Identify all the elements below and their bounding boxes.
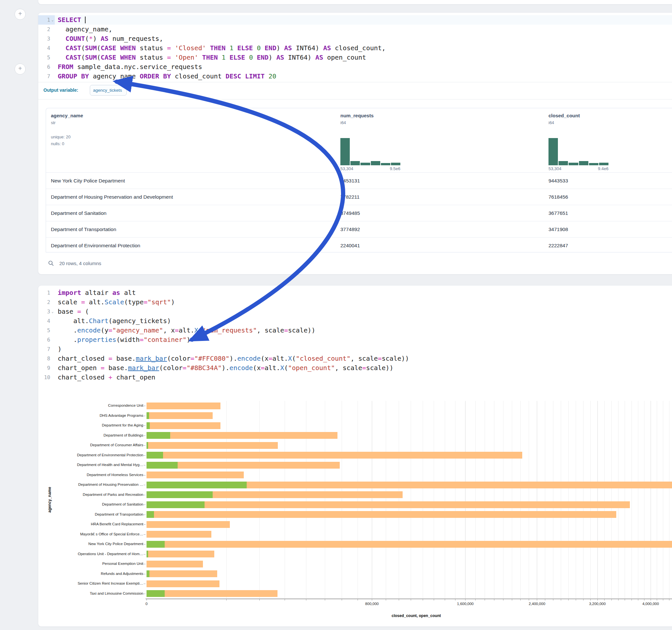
gridline (604, 401, 605, 599)
open-count-bar (146, 501, 205, 508)
code-line[interactable]: 7GROUP BY agency_name ORDER BY closed_co… (38, 72, 672, 81)
y-axis-tick (144, 505, 146, 505)
open-count-bar (146, 511, 154, 518)
add-cell-button[interactable]: + (15, 9, 26, 20)
gridline (568, 401, 569, 599)
histogram-bar (381, 163, 390, 165)
histogram-bar (569, 163, 578, 165)
column-header-num-requests[interactable]: num_requests i64 53,304 9.5e6 (340, 108, 438, 125)
x-axis-tick-label: 800,000 (357, 602, 386, 606)
table-row[interactable]: Department of Transportation377489234719… (46, 221, 672, 237)
output-variable-chip[interactable]: agency_tickets (90, 85, 127, 96)
code-line[interactable]: 3 COUNT(*) AS num_requests, (38, 34, 672, 43)
code-text: FROM sample_data.nyc.service_requests (55, 62, 202, 72)
closed-count-bar (146, 531, 211, 538)
previous-cell-edge (38, 0, 672, 4)
table-cell: New York City Police Department (51, 173, 125, 189)
y-axis-tick (144, 416, 146, 416)
table-cell: 9443533 (549, 173, 568, 189)
histogram-bar (371, 161, 380, 165)
gridline (485, 401, 485, 599)
gridline (372, 401, 372, 599)
closed-count-bar (146, 501, 630, 508)
result-table-body: New York City Police Department945313194… (46, 173, 672, 253)
histogram-bar (549, 138, 558, 165)
y-axis-label: Department of Transportation (45, 512, 143, 516)
gridline (455, 401, 455, 599)
code-line[interactable]: 5 CAST(SUM(CASE WHEN status = 'Open' THE… (38, 53, 672, 62)
closed-count-bar (146, 571, 217, 577)
y-axis-label: Mayorâ€ s Office of Special Enforce… (45, 532, 143, 536)
output-variable-row: Output variable: agency_tickets (38, 82, 672, 99)
table-row[interactable]: Department of Sanitation37494853677651 (46, 205, 672, 221)
histogram-bar (579, 161, 589, 165)
table-cell: Department of Transportation (51, 221, 116, 237)
search-icon[interactable] (48, 260, 54, 266)
gridline (638, 401, 638, 599)
y-axis-title: agency_name (47, 487, 52, 512)
gridline (512, 401, 512, 599)
y-axis-label: Department of Buildings (45, 433, 143, 437)
y-axis-tick (144, 445, 146, 445)
x-axis-tick-label: 1,600,000 (451, 602, 480, 606)
table-row[interactable]: Department of Environmental Protection22… (46, 237, 672, 253)
code-line[interactable]: 6FROM sample_data.nyc.service_requests (38, 62, 672, 72)
histogram-bar (589, 163, 598, 165)
code-line[interactable]: 4 CAST(SUM(CASE WHEN status = 'Closed' T… (38, 43, 672, 53)
result-table: agency_name str unique: 20 nulls: 0 num_… (46, 108, 672, 252)
code-text: CAST(SUM(CASE WHEN status = 'Open' THEN … (55, 53, 366, 62)
gridline (325, 401, 325, 599)
column-header-closed-count[interactable]: closed_count i64 53,304 9.4e6 (549, 108, 646, 125)
y-axis-label: Taxi and Limousine Commission (45, 591, 143, 595)
table-cell: 2222847 (549, 238, 568, 253)
gridline (358, 401, 358, 599)
y-axis-label: Department of Housing Preservation … (45, 483, 143, 486)
y-axis-tick (144, 554, 146, 555)
closed-count-bar (146, 561, 203, 567)
gridline (537, 401, 537, 599)
add-cell-button-2[interactable]: + (15, 64, 26, 75)
y-axis-tick (144, 524, 146, 525)
table-cell: 3471908 (549, 221, 568, 237)
gridline (465, 401, 465, 599)
gridline (445, 401, 445, 599)
y-axis-label: Senior Citizen Rent Increase Exempti… (45, 581, 143, 585)
gridline (561, 401, 561, 599)
y-axis-label: Operations Unit - Department of Hom… (45, 552, 143, 556)
code-line[interactable]: 1⌄SELECT (38, 15, 672, 25)
y-axis-label: Refunds and Adjustments (45, 572, 143, 576)
gridline (475, 401, 476, 599)
sql-cell: 1⌄SELECT 2 agency_name,3 COUNT(*) AS num… (38, 12, 672, 274)
fold-chevron-icon[interactable]: ⌄ (50, 15, 55, 25)
y-axis-tick (144, 426, 146, 426)
table-cell: 3749485 (340, 205, 360, 221)
open-count-bar (146, 432, 170, 439)
x-axis-line (146, 599, 672, 599)
code-text: COUNT(*) AS num_requests, (55, 34, 163, 43)
table-cell: Department of Sanitation (51, 205, 106, 221)
y-axis-label: New York City Police Department (45, 542, 143, 546)
x-axis-title: closed_count, open_count (391, 613, 441, 618)
x-axis-tick-label: 0 (132, 602, 161, 606)
line-number-gutter: 7 (38, 72, 55, 81)
code-text: agency_name, (55, 25, 113, 34)
histogram-bar (558, 161, 568, 165)
column-header-agency-name[interactable]: agency_name str unique: 20 nulls: 0 (51, 108, 336, 147)
table-row[interactable]: Department of Housing Preservation and D… (46, 189, 672, 205)
y-axis-tick (144, 594, 146, 594)
sql-code-editor[interactable]: 1⌄SELECT 2 agency_name,3 COUNT(*) AS num… (38, 15, 672, 81)
open-count-bar (146, 442, 148, 449)
gridline (503, 401, 503, 599)
open-count-bar (146, 551, 148, 557)
altair-bar-chart: Correspondence UnitDHS Advantage Program… (38, 286, 672, 626)
y-axis-tick (144, 515, 146, 515)
y-axis-tick (144, 485, 146, 485)
table-cell: Department of Environmental Protection (51, 238, 140, 253)
table-row[interactable]: New York City Police Department945313194… (46, 173, 672, 189)
y-axis-label: Department for the Aging (45, 423, 143, 427)
open-count-bar (146, 541, 165, 548)
result-table-header: agency_name str unique: 20 nulls: 0 num_… (46, 108, 672, 173)
table-footer: 20 rows, 4 columns (48, 257, 101, 270)
code-line[interactable]: 2 agency_name, (38, 25, 672, 34)
gridline (434, 401, 434, 599)
